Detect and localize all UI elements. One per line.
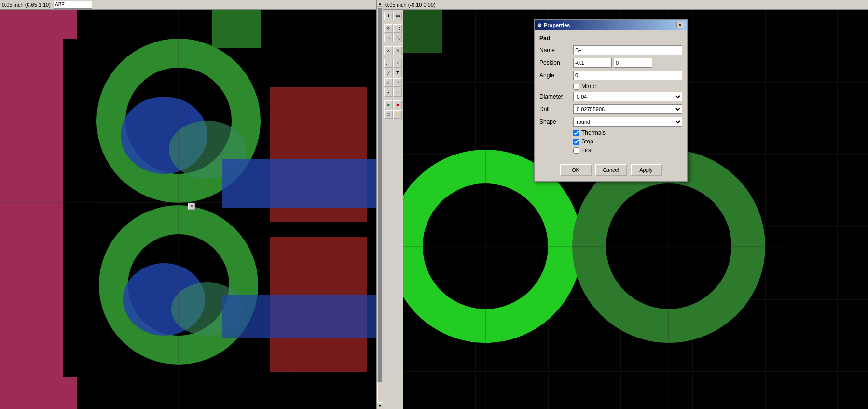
drill-select[interactable]: 0.02755906	[573, 104, 682, 114]
properties-dialog: ⚙ Properties ✕ Pad Name	[534, 19, 688, 182]
diameter-row: Diameter 0.04	[539, 92, 682, 101]
coord-display-right: 0.05 inch (-0.10 0.00)	[385, 2, 436, 8]
arc-btn[interactable]: ◜	[393, 59, 402, 68]
snap-btn[interactable]: ⋮⋮	[393, 24, 402, 33]
mirror-row: Mirror	[539, 83, 682, 90]
cancel-button[interactable]: Cancel	[595, 164, 627, 176]
select-rect-btn[interactable]: ▭	[384, 34, 393, 42]
svg-rect-19	[222, 295, 376, 338]
first-row: First	[539, 147, 682, 154]
drill-row: Drill 0.02755906	[539, 104, 682, 114]
mirror-label: Mirror	[581, 83, 596, 90]
position-x-input[interactable]	[573, 58, 612, 68]
stop-checkbox[interactable]	[573, 139, 579, 145]
angle-label: Angle	[539, 72, 573, 79]
thermals-label: Thermals	[581, 129, 606, 136]
svg-rect-34	[403, 10, 442, 53]
snap2-btn[interactable]: ⋮⋮	[384, 59, 393, 68]
name-label: Name	[539, 47, 573, 54]
dialog-section-pad: Pad	[539, 35, 682, 42]
shape-label: Shape	[539, 118, 573, 125]
dialog-close-button[interactable]: ✕	[676, 22, 684, 28]
camera-btn[interactable]: 📷	[393, 12, 402, 20]
dialog-title: Properties	[544, 22, 570, 28]
coord-display-left: 0.05 inch (0.65 1.10)	[2, 2, 51, 8]
drill-label: Drill	[539, 106, 573, 113]
rect-btn[interactable]: ▪	[384, 88, 393, 97]
ok-button[interactable]: OK	[560, 164, 592, 176]
ruler-btn[interactable]: 📏	[393, 110, 402, 119]
scroll-thumb[interactable]	[377, 383, 383, 402]
line-btn[interactable]: ╱	[384, 69, 393, 77]
mirror-checkbox[interactable]	[573, 84, 579, 90]
text-btn[interactable]: T	[393, 69, 402, 77]
red-dot-btn[interactable]: ●	[393, 100, 402, 109]
dialog-buttons: OK Cancel Apply	[535, 160, 687, 181]
green-dot-btn[interactable]: ●	[384, 100, 393, 109]
arc2-btn[interactable]: ◝	[393, 78, 402, 87]
left-scrollbar[interactable]: ▲ ▼ ≡	[376, 0, 383, 409]
scroll-down-btn[interactable]: ▼	[377, 402, 384, 409]
target-btn[interactable]: ◎	[384, 110, 393, 119]
thermals-row: Thermals	[539, 129, 682, 136]
svg-rect-13	[222, 159, 376, 208]
angle-input[interactable]	[573, 71, 682, 80]
pencil-btn[interactable]: ✎	[393, 46, 402, 55]
apply-button[interactable]: Apply	[631, 164, 662, 176]
scroll-track	[378, 8, 382, 382]
stop-row: Stop	[539, 138, 682, 145]
name-input[interactable]	[573, 45, 682, 55]
diameter-select[interactable]: 0.04	[573, 92, 682, 101]
position-label: Position	[539, 59, 573, 66]
diameter-label: Diameter	[539, 93, 573, 100]
cross-btn[interactable]: ✕	[384, 46, 393, 55]
name-row: Name	[539, 45, 682, 55]
zoom-btn[interactable]: 🔍	[393, 34, 402, 42]
rect2-btn[interactable]: ▫	[393, 88, 402, 97]
move-btn[interactable]: ✥	[384, 24, 393, 33]
first-checkbox[interactable]	[573, 147, 579, 154]
scroll-up-btn[interactable]: ▲	[377, 0, 384, 7]
dialog-title-icon: ⚙	[537, 23, 542, 28]
angle-row: Angle	[539, 71, 682, 80]
info-btn[interactable]: ℹ	[384, 12, 393, 20]
thermals-checkbox[interactable]	[573, 130, 579, 136]
circle-btn[interactable]: ○	[384, 78, 393, 87]
shape-select[interactable]: round square octagon	[573, 117, 682, 127]
shape-row: Shape round square octagon	[539, 117, 682, 127]
stop-label: Stop	[581, 138, 593, 145]
dialog-titlebar: ⚙ Properties ✕	[535, 20, 687, 30]
position-y-input[interactable]	[614, 58, 652, 68]
position-row: Position	[539, 58, 682, 68]
coord-input-left[interactable]	[54, 1, 92, 9]
first-label: First	[581, 147, 592, 154]
svg-rect-7	[212, 10, 261, 48]
scroll-mid-btn[interactable]: ≡	[188, 203, 195, 210]
